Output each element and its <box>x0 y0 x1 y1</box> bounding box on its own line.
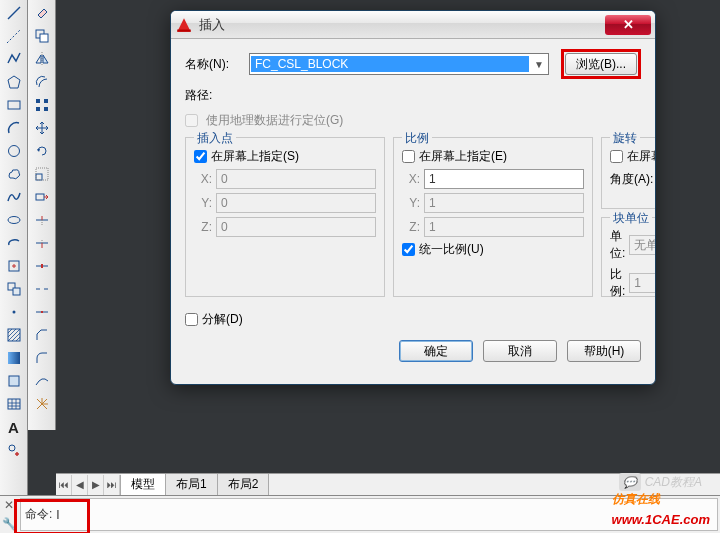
array-icon[interactable] <box>30 94 54 116</box>
explode-checkbox[interactable]: 分解(D) <box>185 311 243 328</box>
unit-title: 块单位 <box>610 210 652 227</box>
cancel-button[interactable]: 取消 <box>483 340 557 362</box>
make-block-icon[interactable] <box>2 278 26 300</box>
browse-button[interactable]: 浏览(B)... <box>565 53 637 75</box>
tab-last-icon[interactable]: ⏭ <box>104 475 120 495</box>
path-label: 路径: <box>185 87 212 104</box>
brand-sim: 仿真在线 www.1CAE.com <box>612 487 710 529</box>
hatch-icon[interactable] <box>2 324 26 346</box>
unit-value <box>629 235 656 255</box>
scale-y <box>424 193 584 213</box>
svg-rect-6 <box>13 288 20 295</box>
insertion-group: 插入点 在屏幕上指定(S) X: Y: Z: <box>185 137 385 297</box>
svg-rect-9 <box>8 352 20 364</box>
unit-scale <box>629 273 656 293</box>
insert-y <box>216 193 376 213</box>
ok-button[interactable]: 确定 <box>399 340 473 362</box>
blend-icon[interactable] <box>30 370 54 392</box>
polyline-icon[interactable] <box>2 48 26 70</box>
name-label: 名称(N): <box>185 56 243 73</box>
join-icon[interactable] <box>30 301 54 323</box>
rotation-specify-checkbox[interactable]: 在屏幕上指定(C) <box>610 148 656 165</box>
mirror-icon[interactable] <box>30 48 54 70</box>
scale-title: 比例 <box>402 130 432 147</box>
svg-point-3 <box>8 217 20 224</box>
chamfer-icon[interactable] <box>30 324 54 346</box>
svg-rect-10 <box>9 376 19 386</box>
svg-marker-0 <box>8 76 20 88</box>
uniform-scale-checkbox[interactable]: 统一比例(U) <box>402 241 584 258</box>
scale-z <box>424 217 584 237</box>
svg-rect-22 <box>36 174 42 180</box>
explode-icon[interactable] <box>30 393 54 415</box>
tab-model[interactable]: 模型 <box>121 474 166 495</box>
name-dropdown[interactable]: FC_CSL_BLOCK ▼ <box>249 53 549 75</box>
scale-icon[interactable] <box>30 163 54 185</box>
construction-line-icon[interactable] <box>2 25 26 47</box>
svg-rect-25 <box>41 264 43 268</box>
scale-specify-checkbox[interactable]: 在屏幕上指定(E) <box>402 148 584 165</box>
break-at-point-icon[interactable] <box>30 255 54 277</box>
extend-icon[interactable] <box>30 232 54 254</box>
svg-point-12 <box>9 445 15 451</box>
rectangle-icon[interactable] <box>2 94 26 116</box>
insert-z <box>216 217 376 237</box>
scale-x[interactable] <box>424 169 584 189</box>
ellipse-icon[interactable] <box>2 209 26 231</box>
offset-icon[interactable] <box>30 71 54 93</box>
svg-rect-18 <box>44 99 48 103</box>
insertion-title: 插入点 <box>194 130 236 147</box>
cmd-wrench-icon[interactable]: 🔧 <box>2 517 17 531</box>
mtext-icon[interactable]: A <box>2 416 26 438</box>
tab-first-icon[interactable]: ⏮ <box>56 475 72 495</box>
spline-icon[interactable] <box>2 186 26 208</box>
cmd-close-icon[interactable]: ✕ <box>4 498 14 512</box>
rotation-group: 旋转 在屏幕上指定(C) 角度(A): <box>601 137 656 209</box>
scale-group: 比例 在屏幕上指定(E) X: Y: Z: 统一比例(U) <box>393 137 593 297</box>
tab-prev-icon[interactable]: ◀ <box>72 475 88 495</box>
fillet-icon[interactable] <box>30 347 54 369</box>
svg-rect-11 <box>8 399 20 409</box>
arc-icon[interactable] <box>2 117 26 139</box>
break-icon[interactable] <box>30 278 54 300</box>
ellipse-arc-icon[interactable] <box>2 232 26 254</box>
tab-next-icon[interactable]: ▶ <box>88 475 104 495</box>
dialog-title: 插入 <box>199 16 605 34</box>
svg-rect-27 <box>177 29 191 31</box>
add-selected-icon[interactable] <box>2 439 26 461</box>
svg-marker-21 <box>37 149 40 152</box>
revision-cloud-icon[interactable] <box>2 163 26 185</box>
copy-icon[interactable] <box>30 25 54 47</box>
gradient-icon[interactable] <box>2 347 26 369</box>
close-button[interactable]: ✕ <box>605 15 651 35</box>
insert-x <box>216 169 376 189</box>
svg-rect-17 <box>36 99 40 103</box>
insertion-specify-checkbox[interactable]: 在屏幕上指定(S) <box>194 148 376 165</box>
svg-rect-24 <box>36 194 44 200</box>
tab-layout2[interactable]: 布局2 <box>218 474 270 495</box>
insert-block-icon[interactable] <box>2 255 26 277</box>
erase-icon[interactable] <box>30 2 54 24</box>
svg-marker-16 <box>43 55 48 63</box>
polygon-icon[interactable] <box>2 71 26 93</box>
move-icon[interactable] <box>30 117 54 139</box>
help-button[interactable]: 帮助(H) <box>567 340 641 362</box>
tab-layout1[interactable]: 布局1 <box>166 474 218 495</box>
svg-rect-14 <box>40 34 48 42</box>
svg-marker-15 <box>36 55 41 63</box>
titlebar[interactable]: 插入 ✕ <box>171 11 655 39</box>
line-icon[interactable] <box>2 2 26 24</box>
block-unit-group: 块单位 单位: 比例: <box>601 217 656 297</box>
point-icon[interactable] <box>2 301 26 323</box>
circle-icon[interactable] <box>2 140 26 162</box>
svg-rect-20 <box>44 107 48 111</box>
stretch-icon[interactable] <box>30 186 54 208</box>
trim-icon[interactable] <box>30 209 54 231</box>
svg-point-2 <box>8 146 19 157</box>
region-icon[interactable] <box>2 370 26 392</box>
dropdown-arrow-icon: ▼ <box>530 59 548 70</box>
table-icon[interactable] <box>2 393 26 415</box>
geolocation-checkbox: 使用地理数据进行定位(G) <box>185 112 343 129</box>
svg-rect-19 <box>36 107 40 111</box>
rotate-icon[interactable] <box>30 140 54 162</box>
